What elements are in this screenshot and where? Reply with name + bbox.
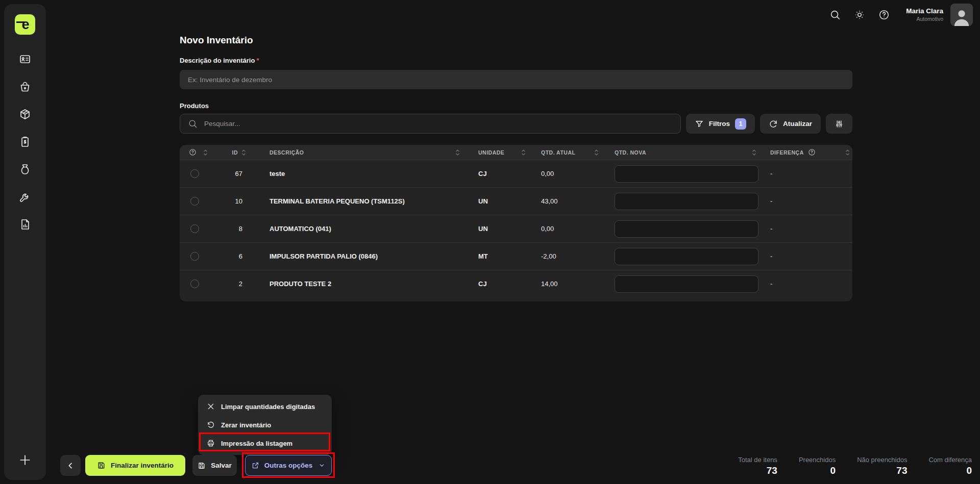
header-qty-current[interactable]: QTD. ATUAL <box>528 145 601 160</box>
cell-id: 2 <box>210 280 249 288</box>
table-row: 67 teste CJ 0,00 - <box>180 160 852 187</box>
menu-item-clear-quantities[interactable]: Limpar quantidades digitadas <box>198 397 332 416</box>
header-unit[interactable]: UNIDADE <box>462 145 528 160</box>
more-options-label: Outras opções <box>264 462 313 469</box>
header-id-label: ID <box>232 149 238 156</box>
sidebar-item-finance[interactable] <box>19 163 31 175</box>
difference-help-icon[interactable] <box>808 148 816 156</box>
table-row: 2 PRODUTO TESTE 2 CJ 14,00 - <box>180 270 852 297</box>
avatar-placeholder-icon <box>951 6 972 26</box>
sort-arrows-icon[interactable] <box>455 149 460 156</box>
column-settings-button[interactable] <box>826 114 852 134</box>
save-floppy-icon <box>97 461 106 470</box>
cell-qty-current: 0,00 <box>528 225 601 233</box>
save-button[interactable]: Salvar <box>192 455 237 476</box>
qty-new-input[interactable] <box>615 220 758 238</box>
products-label: Produtos <box>180 102 209 110</box>
required-asterisk: * <box>256 57 259 64</box>
sort-arrows-icon[interactable] <box>752 149 756 156</box>
close-icon <box>207 402 215 411</box>
sidebar-item-contacts[interactable] <box>19 53 31 65</box>
sort-arrows-icon[interactable] <box>203 149 208 156</box>
row-radio[interactable] <box>190 224 199 233</box>
sidebar-item-sales[interactable] <box>19 81 31 93</box>
filters-button[interactable]: Filtros 1 <box>686 114 755 134</box>
sidebar-item-products[interactable] <box>19 108 31 120</box>
menu-item-label: Zerar inventário <box>221 421 271 429</box>
chevron-left-icon <box>66 462 75 470</box>
cell-unit: UN <box>462 197 528 205</box>
header-qty-new-label: QTD. NOVA <box>615 149 646 156</box>
header-description[interactable]: DESCRIÇÃO <box>249 145 462 160</box>
stat-with-difference: Com diferença 0 <box>928 455 972 477</box>
header-qty-new[interactable]: QTD. NOVA <box>601 145 759 160</box>
cell-id: 6 <box>210 252 249 260</box>
avatar[interactable] <box>950 4 973 26</box>
product-search-box[interactable] <box>180 114 681 134</box>
id-card-icon <box>19 53 31 65</box>
stat-value: 0 <box>928 464 972 477</box>
stat-value: 73 <box>857 464 907 477</box>
basket-icon <box>19 81 31 93</box>
printer-icon <box>207 439 215 447</box>
menu-item-print-list[interactable]: Impressão da listagem <box>198 434 332 452</box>
sort-arrows-icon[interactable] <box>845 149 850 156</box>
header-difference-label: DIFERENÇA <box>770 149 804 156</box>
cell-difference: - <box>759 170 852 177</box>
filter-funnel-icon <box>695 119 704 129</box>
row-radio[interactable] <box>190 252 199 261</box>
cell-unit: CJ <box>462 170 528 177</box>
app-logo[interactable]: e <box>15 14 35 35</box>
row-radio[interactable] <box>190 279 199 288</box>
sort-arrows-icon[interactable] <box>521 149 526 156</box>
description-input[interactable] <box>180 70 852 89</box>
stat-filled: Preenchidos 0 <box>799 455 836 477</box>
header-qty-current-label: QTD. ATUAL <box>541 149 575 156</box>
table-header-row: ID DESCRIÇÃO UNIDADE QTD. ATUAL <box>180 145 852 160</box>
qty-new-input[interactable] <box>615 248 758 265</box>
row-radio[interactable] <box>190 169 199 178</box>
menu-item-reset-inventory[interactable]: Zerar inventário <box>198 416 332 434</box>
cell-difference: - <box>759 252 852 260</box>
cell-difference: - <box>759 225 852 233</box>
description-label-text: Descrição do inventário <box>180 57 255 64</box>
more-options-button[interactable]: Outras opções <box>245 455 332 476</box>
cell-id: 10 <box>210 197 249 205</box>
sort-arrows-icon[interactable] <box>594 149 599 156</box>
row-radio[interactable] <box>190 197 199 206</box>
cell-difference: - <box>759 280 852 288</box>
finalize-inventory-button[interactable]: Finalizar inventário <box>85 455 185 476</box>
report-document-icon <box>19 218 31 231</box>
sidebar-add-button[interactable] <box>18 453 32 467</box>
sidebar-item-billing[interactable] <box>19 136 31 148</box>
sidebar-item-reports[interactable] <box>19 218 31 231</box>
qty-new-input[interactable] <box>615 193 758 210</box>
back-button[interactable] <box>60 455 81 476</box>
stat-total-items: Total de itens 73 <box>738 455 777 477</box>
header-difference[interactable]: DIFERENÇA <box>759 145 852 160</box>
table-row: 6 IMPULSOR PARTIDA PALIO (0846) MT -2,00… <box>180 242 852 270</box>
invoice-clipboard-icon <box>19 136 31 148</box>
sidebar-item-services[interactable] <box>19 191 31 203</box>
header-unit-label: UNIDADE <box>478 149 504 156</box>
refresh-button[interactable]: Atualizar <box>760 114 821 134</box>
select-help-icon[interactable] <box>189 148 197 156</box>
menu-item-label: Impressão da listagem <box>221 440 292 447</box>
filters-label: Filtros <box>709 120 730 128</box>
product-search-input[interactable] <box>204 120 673 128</box>
help-button[interactable] <box>878 9 890 20</box>
qty-new-input[interactable] <box>615 275 758 293</box>
cell-description: teste <box>249 170 462 177</box>
money-bag-icon <box>19 163 31 175</box>
stat-value: 0 <box>799 464 836 477</box>
user-block[interactable]: Maria Clara Automotivo <box>906 7 943 22</box>
header-id[interactable]: ID <box>210 145 249 160</box>
theme-toggle-button[interactable] <box>854 9 865 20</box>
refresh-label: Atualizar <box>783 120 812 128</box>
sort-arrows-icon[interactable] <box>241 149 246 156</box>
qty-new-input[interactable] <box>615 165 758 183</box>
save-floppy-icon <box>198 462 206 470</box>
page-title: Novo Inventário <box>180 35 253 46</box>
search-icon <box>188 119 198 129</box>
plus-icon <box>18 453 32 467</box>
